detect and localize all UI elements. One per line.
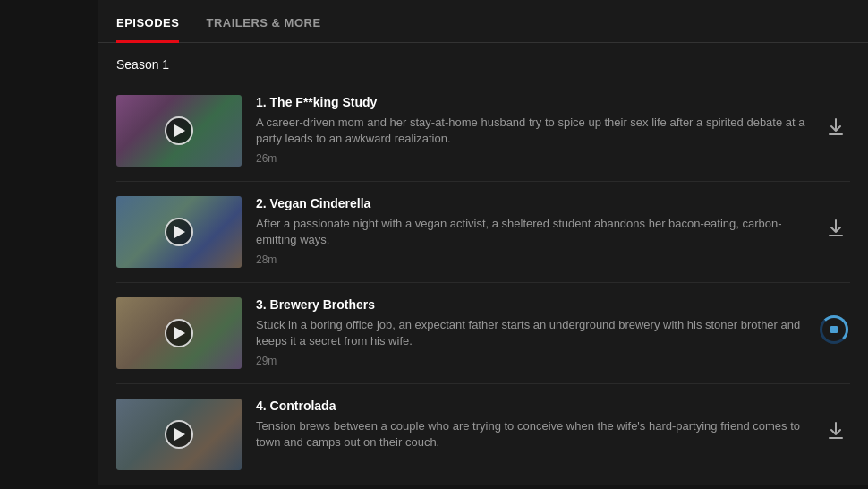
episode-info: 1. The F**king Study A career-driven mom… (256, 95, 807, 165)
play-button[interactable] (165, 319, 193, 347)
episode-info: 3. Brewery Brothers Stuck in a boring of… (256, 297, 804, 367)
downloading-indicator (818, 313, 850, 346)
downloading-stop-icon (830, 326, 838, 333)
episode-info: 4. Controlada Tension brews between a co… (256, 399, 807, 456)
list-item: 2. Vegan Cinderella After a passionate n… (116, 182, 850, 283)
episode-description: After a passionate night with a vegan ac… (256, 216, 807, 248)
list-item: 3. Brewery Brothers Stuck in a boring of… (116, 283, 850, 384)
episode-duration: 28m (256, 253, 807, 266)
episode-duration: 26m (256, 152, 807, 165)
episode-duration: 29m (256, 355, 804, 367)
play-button[interactable] (165, 218, 193, 246)
download-button[interactable] (821, 416, 850, 445)
play-button[interactable] (165, 116, 193, 145)
episode-title: 4. Controlada (256, 399, 807, 413)
tab-trailers[interactable]: TRAILERS & MORE (206, 0, 320, 43)
play-icon (174, 428, 185, 441)
download-button[interactable] (821, 214, 850, 243)
download-button[interactable] (821, 113, 850, 142)
episode-description: Stuck in a boring office job, an expecta… (256, 317, 804, 349)
episode-thumbnail[interactable] (116, 196, 242, 268)
episode-description: A career-driven mom and her stay-at-home… (256, 115, 807, 147)
list-item: 4. Controlada Tension brews between a co… (116, 384, 850, 485)
episode-title: 2. Vegan Cinderella (256, 196, 807, 210)
episode-list: 1. The F**king Study A career-driven mom… (98, 81, 868, 485)
episode-title: 1. The F**king Study (256, 95, 807, 109)
episode-info: 2. Vegan Cinderella After a passionate n… (256, 196, 807, 266)
play-icon (174, 226, 185, 238)
episode-thumbnail[interactable] (116, 297, 242, 369)
episode-description: Tension brews between a couple who are t… (256, 418, 807, 450)
tab-episodes[interactable]: EPISODES (116, 0, 179, 43)
main-container: EPISODES TRAILERS & MORE Season 1 1. The… (98, 0, 868, 485)
episode-title: 3. Brewery Brothers (256, 297, 804, 312)
episode-thumbnail[interactable] (116, 399, 242, 470)
season-label: Season 1 (98, 43, 868, 81)
play-icon (174, 124, 185, 137)
play-button[interactable] (165, 420, 193, 449)
downloading-progress-circle (820, 315, 848, 344)
tab-bar: EPISODES TRAILERS & MORE (98, 0, 868, 43)
episode-thumbnail[interactable] (116, 95, 242, 167)
list-item: 1. The F**king Study A career-driven mom… (116, 81, 850, 182)
play-icon (174, 327, 185, 339)
